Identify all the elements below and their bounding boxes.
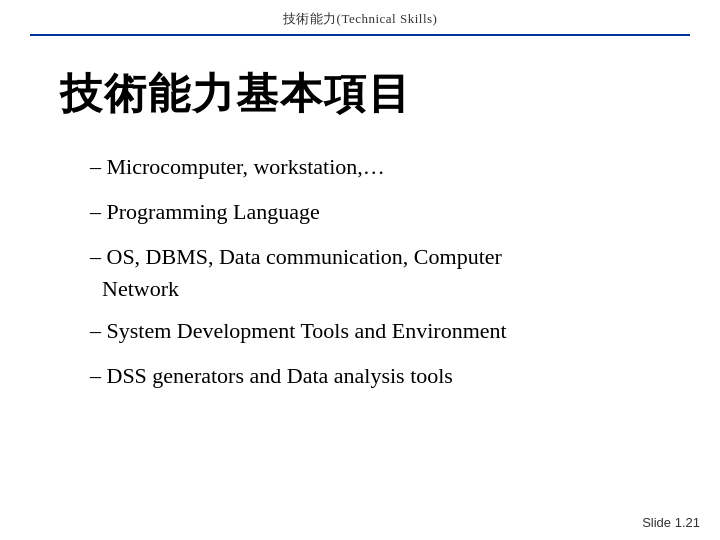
list-item: System Development Tools and Environment: [90, 316, 660, 347]
network-continuation: Network: [60, 276, 660, 302]
main-title: 技術能力基本項目: [60, 66, 660, 122]
bullet-list: Microcomputer, workstation,… Programming…: [60, 152, 660, 272]
slide-content: 技術能力基本項目 Microcomputer, workstation,… Pr…: [0, 36, 720, 426]
bullet-list-2: System Development Tools and Environment…: [60, 316, 660, 392]
list-item: Microcomputer, workstation,…: [90, 152, 660, 183]
list-item: Programming Language: [90, 197, 660, 228]
header-title: 技術能力(Technical Skills): [283, 11, 438, 26]
slide-header: 技術能力(Technical Skills): [0, 0, 720, 34]
slide-number: Slide 1.21: [642, 515, 700, 530]
list-item: DSS generators and Data analysis tools: [90, 361, 660, 392]
list-item: OS, DBMS, Data communication, Computer: [90, 242, 660, 273]
